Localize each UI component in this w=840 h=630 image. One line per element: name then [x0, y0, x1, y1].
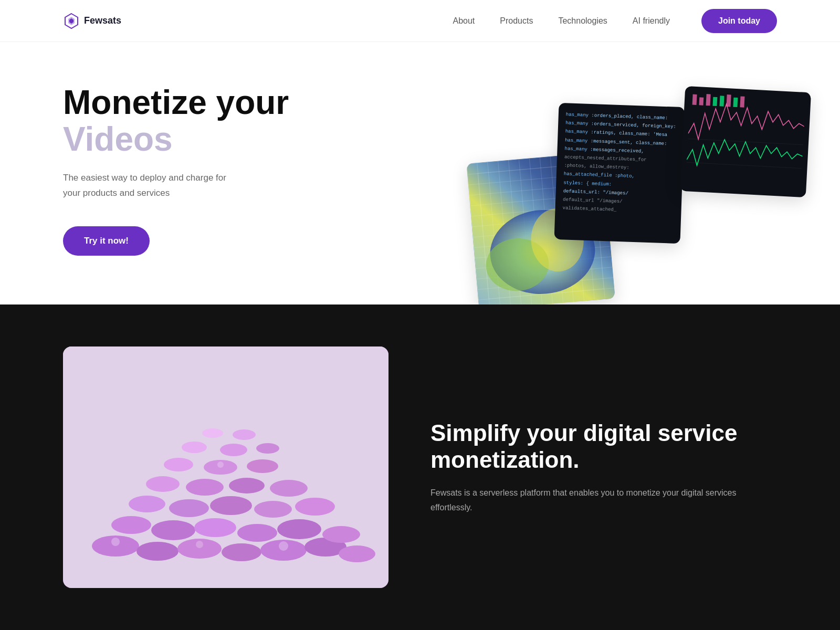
- feature-section: Simplify your digital service monetizati…: [0, 304, 840, 630]
- svg-point-43: [182, 442, 207, 453]
- feature-text: Simplify your digital service monetizati…: [430, 420, 777, 514]
- svg-point-40: [164, 458, 193, 471]
- svg-point-28: [237, 524, 277, 542]
- hero-title-line1: Monetize your: [63, 84, 315, 121]
- svg-point-35: [295, 498, 335, 516]
- svg-rect-13: [719, 96, 724, 106]
- svg-line-8: [687, 162, 802, 169]
- svg-point-31: [129, 496, 165, 512]
- try-button[interactable]: Try it now!: [63, 226, 150, 256]
- svg-point-44: [220, 444, 247, 456]
- svg-point-39: [270, 480, 308, 497]
- svg-point-27: [194, 518, 236, 537]
- svg-point-38: [229, 478, 265, 494]
- svg-point-46: [202, 428, 223, 438]
- join-button[interactable]: Join today: [701, 9, 777, 33]
- brand-name: Fewsats: [84, 15, 121, 26]
- nav-products[interactable]: Products: [500, 16, 533, 25]
- svg-point-29: [277, 519, 321, 539]
- svg-rect-15: [733, 98, 738, 107]
- hero-title-line2: Videos: [63, 121, 315, 158]
- svg-point-49: [196, 541, 203, 548]
- feature-image-svg: [63, 346, 388, 588]
- svg-rect-10: [699, 97, 704, 105]
- nav-technologies[interactable]: Technologies: [558, 16, 607, 25]
- svg-point-24: [339, 545, 375, 562]
- navbar: Fewsats About Products Technologies AI f…: [0, 0, 840, 42]
- svg-point-36: [146, 476, 180, 492]
- svg-point-34: [254, 501, 292, 518]
- nav-about[interactable]: About: [453, 16, 475, 25]
- chart-content: [680, 86, 811, 197]
- hero-content: Monetize your Videos The easiest way to …: [63, 84, 315, 256]
- hero-section: Monetize your Videos The easiest way to …: [0, 42, 840, 304]
- svg-rect-11: [706, 94, 711, 106]
- svg-point-19: [136, 542, 178, 561]
- svg-point-45: [256, 443, 279, 454]
- svg-point-30: [322, 526, 360, 543]
- logo[interactable]: Fewsats: [63, 13, 121, 29]
- svg-point-37: [186, 479, 224, 496]
- svg-point-50: [279, 541, 288, 551]
- hero-images: has_many :orders_placed, class_name: has…: [441, 74, 808, 304]
- svg-point-26: [151, 520, 195, 540]
- svg-point-32: [169, 499, 209, 517]
- code-content: has_many :orders_placed, class_name: has…: [555, 103, 685, 224]
- svg-point-47: [233, 429, 256, 440]
- svg-point-33: [210, 496, 252, 515]
- feature-title: Simplify your digital service monetizati…: [430, 420, 777, 473]
- hero-image-3: [680, 86, 811, 197]
- svg-rect-12: [712, 97, 717, 106]
- hero-description: The easiest way to deploy and charge for…: [63, 171, 242, 201]
- nav-links: About Products Technologies AI friendly: [453, 16, 670, 26]
- svg-point-51: [217, 461, 224, 468]
- svg-line-7: [688, 139, 803, 145]
- logo-icon: [63, 13, 80, 29]
- svg-rect-16: [740, 96, 744, 107]
- hero-image-2: has_many :orders_placed, class_name: has…: [554, 103, 685, 244]
- svg-point-21: [222, 543, 261, 561]
- svg-point-48: [111, 538, 120, 546]
- feature-image-wrapper: [63, 346, 388, 588]
- svg-point-25: [111, 516, 151, 534]
- svg-point-42: [247, 459, 278, 473]
- svg-rect-14: [726, 94, 731, 107]
- nav-ai-friendly[interactable]: AI friendly: [633, 16, 670, 25]
- svg-rect-9: [692, 94, 697, 105]
- feature-image: [63, 346, 388, 588]
- feature-description: Fewsats is a serverless platform that en…: [430, 486, 777, 514]
